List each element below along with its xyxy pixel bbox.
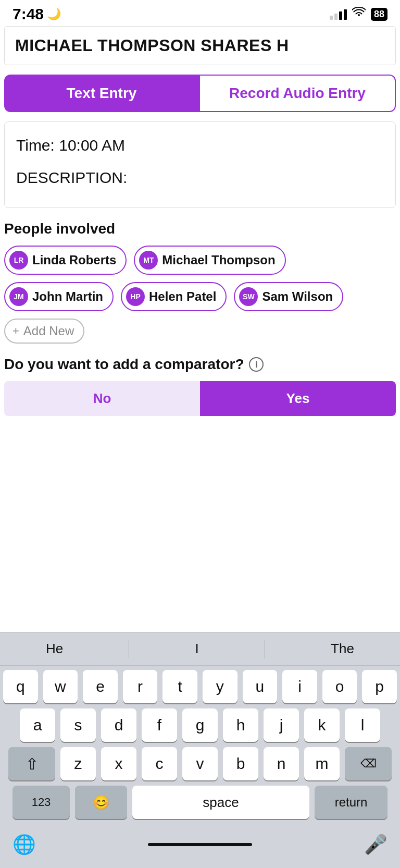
emoji-key[interactable]: 😊 (75, 786, 127, 819)
comparator-no-button[interactable]: No (4, 381, 200, 416)
avatar-sam-wilson: SW (239, 287, 258, 306)
key-row-2: a s d f g h j k l (3, 708, 397, 742)
return-key[interactable]: return (315, 786, 388, 819)
status-bar: 7:48 🌙 88 (0, 0, 400, 26)
header: MICHAEL THOMPSON SHARES H (4, 26, 396, 65)
people-chips: LR Linda Roberts MT Michael Thompson JM … (4, 246, 396, 344)
signal-bars-icon (330, 8, 347, 20)
key-b[interactable]: b (223, 747, 258, 780)
keyboard-suggestions: He I The (0, 632, 400, 666)
battery-icon: 88 (371, 8, 388, 21)
key-m[interactable]: m (304, 747, 340, 780)
chip-label-linda-roberts: Linda Roberts (32, 253, 116, 267)
keyboard-bottom-bar: 🌐 🎤 (0, 826, 400, 868)
key-y[interactable]: y (203, 670, 238, 703)
avatar-helen-patel: HP (126, 287, 145, 306)
avatar-michael-thompson: MT (139, 251, 158, 270)
suggestion-divider-2 (265, 640, 265, 658)
chip-michael-thompson[interactable]: MT Michael Thompson (134, 246, 285, 275)
key-x[interactable]: x (101, 747, 136, 780)
key-r[interactable]: r (123, 670, 158, 703)
chip-linda-roberts[interactable]: LR Linda Roberts (4, 246, 127, 275)
key-p[interactable]: p (362, 670, 397, 703)
add-new-label: Add New (23, 324, 74, 338)
info-icon[interactable]: i (249, 357, 264, 372)
key-w[interactable]: w (43, 670, 78, 703)
add-new-chip[interactable]: + Add New (4, 319, 84, 344)
chip-john-martin[interactable]: JM John Martin (4, 282, 114, 311)
key-h[interactable]: h (223, 708, 258, 742)
globe-icon[interactable]: 🌐 (12, 834, 36, 855)
comparator-section: Do you want to add a comparator? i No Ye… (4, 356, 396, 416)
content-box: Time: 10:00 AM DESCRIPTION: (4, 121, 396, 208)
key-n[interactable]: n (264, 747, 299, 780)
chip-label-sam-wilson: Sam Wilson (262, 289, 333, 304)
key-t[interactable]: t (162, 670, 197, 703)
comparator-buttons: No Yes (4, 381, 396, 416)
keyboard: He I The q w e r t y u i o p a s d f g h… (0, 632, 400, 868)
key-c[interactable]: c (142, 747, 177, 780)
status-icons: 88 (330, 7, 388, 21)
chip-helen-patel[interactable]: HP Helen Patel (121, 282, 227, 311)
comparator-question: Do you want to add a comparator? i (4, 356, 396, 373)
backspace-key[interactable]: ⌫ (345, 747, 392, 780)
add-icon: + (12, 324, 19, 338)
chip-label-helen-patel: Helen Patel (149, 289, 216, 304)
shift-key[interactable]: ⇧ (8, 747, 55, 780)
key-i[interactable]: i (282, 670, 317, 703)
chip-label-john-martin: John Martin (32, 289, 103, 304)
content-time: Time: 10:00 AM (16, 137, 384, 154)
moon-icon: 🌙 (47, 7, 61, 21)
key-f[interactable]: f (142, 708, 177, 742)
status-time: 7:48 (12, 5, 44, 23)
key-d[interactable]: d (101, 708, 136, 742)
key-a[interactable]: a (20, 708, 55, 742)
key-row-4: 123 😊 space return (3, 786, 397, 819)
key-g[interactable]: g (182, 708, 218, 742)
key-q[interactable]: q (3, 670, 38, 703)
suggestion-i[interactable]: I (180, 639, 215, 659)
key-l[interactable]: l (345, 708, 380, 742)
key-row-1: q w e r t y u i o p (3, 670, 397, 703)
avatar-linda-roberts: LR (9, 251, 28, 270)
suggestion-the[interactable]: The (315, 639, 370, 659)
comparator-yes-button[interactable]: Yes (200, 381, 396, 416)
chip-label-michael-thompson: Michael Thompson (162, 253, 275, 267)
chip-sam-wilson[interactable]: SW Sam Wilson (234, 282, 343, 311)
key-k[interactable]: k (304, 708, 340, 742)
key-row-3: ⇧ z x c v b n m ⌫ (3, 747, 397, 780)
key-v[interactable]: v (182, 747, 218, 780)
tabs-container: Text Entry Record Audio Entry (4, 75, 396, 112)
header-title: MICHAEL THOMPSON SHARES H (15, 36, 289, 55)
people-section: People involved LR Linda Roberts MT Mich… (4, 221, 396, 344)
tab-record-audio[interactable]: Record Audio Entry (199, 75, 396, 112)
space-key[interactable]: space (132, 786, 309, 819)
tab-text-entry[interactable]: Text Entry (4, 75, 199, 112)
wifi-icon (352, 7, 366, 21)
key-u[interactable]: u (243, 670, 278, 703)
avatar-john-martin: JM (9, 287, 28, 306)
keyboard-rows: q w e r t y u i o p a s d f g h j k l ⇧ … (0, 666, 400, 826)
numbers-key[interactable]: 123 (12, 786, 70, 819)
key-e[interactable]: e (83, 670, 118, 703)
content-description: DESCRIPTION: (16, 169, 384, 187)
key-s[interactable]: s (60, 708, 96, 742)
suggestion-divider-1 (129, 640, 129, 658)
home-indicator (148, 843, 252, 846)
key-j[interactable]: j (264, 708, 299, 742)
key-o[interactable]: o (322, 670, 357, 703)
people-heading: People involved (4, 221, 396, 237)
microphone-icon[interactable]: 🎤 (364, 834, 388, 855)
key-z[interactable]: z (60, 747, 96, 780)
suggestion-he[interactable]: He (30, 639, 79, 659)
